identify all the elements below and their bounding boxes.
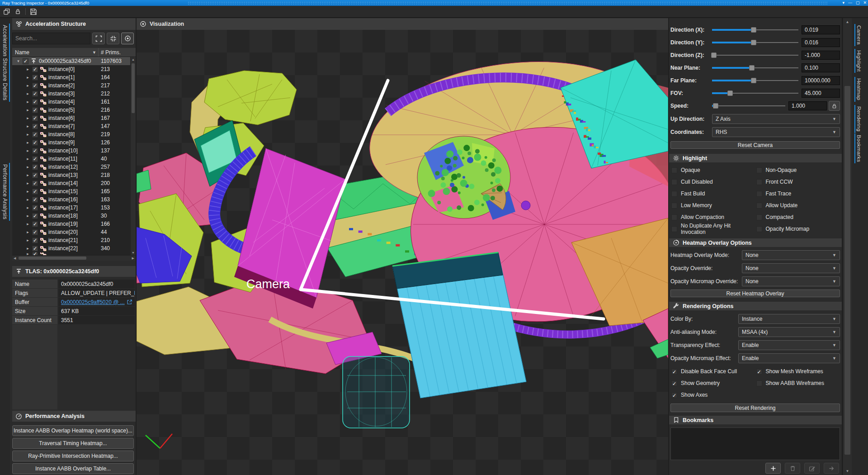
tree-hscroll-thumb[interactable]: [19, 256, 86, 260]
expander-collapsed-icon[interactable]: ▸: [25, 124, 30, 128]
checkbox-box[interactable]: [671, 191, 677, 197]
checkbox-box[interactable]: [756, 191, 762, 197]
tree-vertical-scrollbar[interactable]: ▲ ▼: [130, 57, 136, 255]
slider-track-area[interactable]: [712, 52, 798, 58]
tree-vscroll-thumb[interactable]: [132, 63, 135, 113]
expander-collapsed-icon[interactable]: ▸: [25, 157, 30, 161]
slider-thumb[interactable]: [711, 52, 717, 58]
expander-collapsed-icon[interactable]: ▸: [25, 197, 30, 202]
slider-track-area[interactable]: [712, 77, 798, 84]
close-icon[interactable]: ✕: [863, 0, 867, 6]
expander-open-icon[interactable]: ▾: [16, 59, 21, 63]
buffer-link[interactable]: 0x0000025c9aff5020 @ ...: [61, 299, 125, 305]
row-checkbox[interactable]: ✓: [32, 205, 38, 211]
bookmarks-list[interactable]: [670, 428, 840, 460]
tab-bookmarks[interactable]: Bookmarks: [854, 133, 863, 163]
expander-collapsed-icon[interactable]: ▸: [25, 173, 30, 177]
panel-scroll-down-icon[interactable]: ▼: [843, 469, 852, 473]
expander-collapsed-icon[interactable]: ▸: [25, 67, 30, 71]
expander-collapsed-icon[interactable]: ▸: [25, 181, 30, 185]
slider-track-area[interactable]: [712, 27, 798, 33]
row-checkbox[interactable]: ✓: [32, 140, 38, 146]
slider-value[interactable]: 10000.000: [802, 76, 840, 85]
checkbox-opaque[interactable]: Opaque: [670, 164, 755, 176]
tree-row[interactable]: ▸✓instance[17]153: [12, 204, 136, 212]
tab-highlight[interactable]: Highlight: [854, 49, 863, 73]
row-checkbox[interactable]: ✓: [32, 164, 38, 170]
checkbox-box[interactable]: [671, 203, 677, 209]
tab-acceleration-structure-details[interactable]: Acceleration Structure Details: [1, 24, 10, 102]
checkbox-box[interactable]: [671, 167, 677, 173]
slider-value[interactable]: 0.019: [802, 25, 840, 34]
slider-track-area[interactable]: [712, 39, 798, 46]
perf-button-1[interactable]: Traversal Timing Heatmap...: [12, 438, 134, 449]
checkbox-box[interactable]: ✓: [671, 392, 677, 398]
edit-bookmark-button[interactable]: [804, 463, 820, 474]
expander-collapsed-icon[interactable]: ▸: [25, 205, 30, 210]
select-transparencyeffect[interactable]: Enable▼: [738, 340, 840, 350]
window-menu-icon[interactable]: ▾: [842, 0, 844, 6]
slider-thumb[interactable]: [751, 40, 756, 45]
checkbox-box[interactable]: [756, 380, 762, 386]
search-input[interactable]: [12, 33, 90, 44]
scene-3d-view[interactable]: Camera: [137, 30, 668, 475]
checkbox-box[interactable]: [671, 179, 677, 185]
select-heatmapoverlaymode[interactable]: None▼: [742, 250, 840, 260]
row-checkbox[interactable]: ✓: [32, 115, 38, 121]
tree-row[interactable]: ▸✓instance[22]340: [12, 244, 136, 252]
checkbox-box[interactable]: [756, 203, 762, 209]
slider-value[interactable]: 0.016: [802, 38, 840, 47]
slider-value[interactable]: 45.000: [802, 89, 840, 98]
checkbox-box[interactable]: [671, 226, 677, 232]
checkbox-cull-disabled[interactable]: Cull Disabled: [670, 176, 755, 188]
tree-row[interactable]: ▸✓instance[11]40: [12, 155, 136, 163]
tree-row[interactable]: ▸✓instance[9]126: [12, 138, 136, 147]
tree-row[interactable]: ▸✓instance[3]212: [12, 90, 136, 98]
checkbox-no-duplicate-any-hit-invocation[interactable]: No Duplicate Any Hit Invocation: [670, 223, 755, 235]
row-checkbox[interactable]: ✓: [32, 197, 38, 203]
row-checkbox[interactable]: ✓: [32, 189, 38, 195]
row-checkbox[interactable]: ✓: [32, 246, 38, 252]
reset-heatmap-overlay-button[interactable]: Reset Heatmap Overlay: [670, 290, 840, 297]
tree-row[interactable]: ▸✓instance[18]30: [12, 212, 136, 220]
slider-thumb[interactable]: [713, 103, 718, 109]
lock-icon[interactable]: [14, 8, 21, 15]
delete-bookmark-button[interactable]: [785, 463, 800, 474]
row-checkbox[interactable]: ✓: [32, 180, 38, 186]
tree-row[interactable]: ▸✓instance[14]200: [12, 179, 136, 187]
tab-performance-analysis[interactable]: Performance Analysis: [1, 163, 10, 221]
checkbox-show-mesh-wireframes[interactable]: ✓Show Mesh Wireframes: [755, 366, 840, 377]
scroll-up-icon[interactable]: ▲: [131, 58, 136, 61]
row-checkbox[interactable]: ✓: [32, 148, 38, 154]
select-opacitymicromapoverride[interactable]: None▼: [742, 276, 840, 286]
row-checkbox[interactable]: ✓: [32, 91, 38, 97]
tree-row[interactable]: ▸✓instance[16]163: [12, 195, 136, 204]
checkbox-box[interactable]: [756, 167, 762, 173]
minimize-icon[interactable]: —: [848, 0, 852, 6]
row-checkbox[interactable]: ✓: [23, 58, 28, 64]
row-checkbox[interactable]: ✓: [32, 221, 38, 227]
scroll-left-icon[interactable]: ◀: [14, 256, 16, 261]
slider-thumb[interactable]: [727, 90, 733, 96]
tree-column-prims[interactable]: # Prims.: [99, 49, 136, 56]
checkbox-show-axes[interactable]: ✓Show Axes: [670, 389, 755, 401]
tab-camera[interactable]: Camera: [854, 24, 863, 46]
expander-collapsed-icon[interactable]: ▸: [25, 222, 30, 226]
tree-row[interactable]: ▸✓instance[19]166: [12, 220, 136, 228]
tab-rendering[interactable]: Rendering: [854, 105, 863, 133]
slider-track-area[interactable]: [712, 103, 785, 109]
expander-collapsed-icon[interactable]: ▸: [25, 132, 30, 137]
row-checkbox[interactable]: ✓: [32, 156, 38, 162]
expander-collapsed-icon[interactable]: ▸: [25, 108, 30, 112]
row-checkbox[interactable]: ✓: [32, 99, 38, 105]
dropdown-coordinates[interactable]: RHS▼: [712, 127, 840, 137]
tree-row[interactable]: ▸✓instance[13]218: [12, 171, 136, 179]
expander-collapsed-icon[interactable]: ▸: [25, 214, 30, 218]
dropdown-updirection[interactable]: Z Axis▼: [712, 114, 840, 124]
panel-scroll-thumb[interactable]: [844, 86, 850, 455]
speed-lock-button[interactable]: [829, 101, 840, 111]
row-checkbox[interactable]: ✓: [32, 132, 38, 138]
expander-collapsed-icon[interactable]: ▸: [25, 140, 30, 145]
select-antialiasingmode[interactable]: MSAA (4x)▼: [738, 327, 840, 337]
checkbox-allow-compaction[interactable]: Allow Compaction: [670, 211, 755, 223]
